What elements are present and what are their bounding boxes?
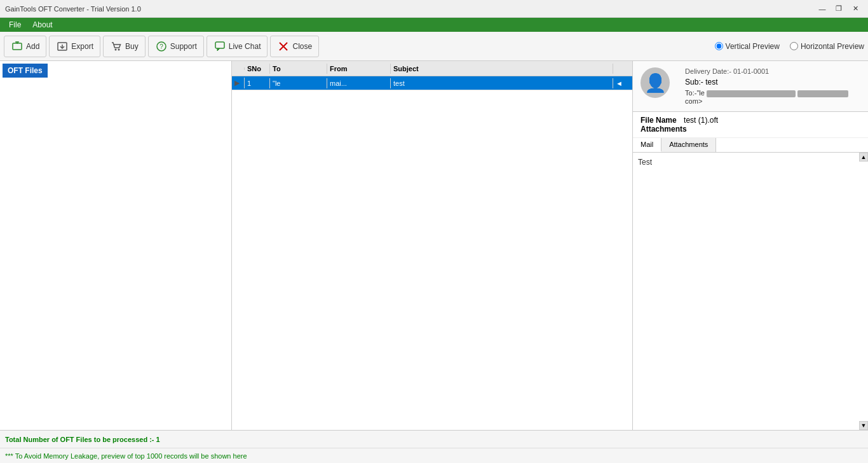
row-subject: test bbox=[391, 78, 613, 88]
preview-file-info: File Name test (1).oft Attachments bbox=[633, 112, 868, 138]
header-subject: Subject bbox=[391, 64, 613, 74]
file-name-value: test (1).oft bbox=[684, 116, 718, 125]
avatar-icon: 👤 bbox=[644, 73, 667, 93]
add-label: Add bbox=[26, 42, 39, 51]
support-label: Support bbox=[170, 42, 197, 51]
buy-icon bbox=[110, 40, 123, 53]
support-button[interactable]: ? Support bbox=[148, 36, 204, 57]
horizontal-preview-option[interactable]: Horizontal Preview bbox=[790, 42, 864, 51]
preview-meta: Delivery Date:- 01-01-0001 Sub:- test To… bbox=[685, 67, 860, 105]
menu-file[interactable]: File bbox=[4, 19, 26, 31]
horizontal-preview-radio[interactable] bbox=[790, 42, 798, 50]
header-from: From bbox=[327, 64, 391, 74]
left-panel: OFT Files bbox=[0, 61, 232, 430]
info-text: *** To Avoid Memory Leakage, preview of … bbox=[5, 452, 247, 460]
live-chat-button[interactable]: Live Chat bbox=[207, 36, 268, 57]
horizontal-preview-label: Horizontal Preview bbox=[801, 42, 864, 51]
oft-files-tree-item[interactable]: OFT Files bbox=[3, 64, 48, 78]
close-icon bbox=[277, 40, 290, 53]
support-icon: ? bbox=[155, 40, 168, 53]
close-button[interactable]: Close bbox=[270, 36, 319, 57]
email-list-panel: SNo To From Subject ▶ 1 "le mai... test … bbox=[232, 61, 633, 430]
preview-panel: 👤 Delivery Date:- 01-01-0001 Sub:- test … bbox=[633, 61, 868, 430]
row-from: mai... bbox=[327, 78, 391, 88]
to-prefix: To:-"le bbox=[685, 89, 705, 97]
preview-header: 👤 Delivery Date:- 01-01-0001 Sub:- test … bbox=[633, 61, 868, 112]
maximize-button[interactable]: ❐ bbox=[831, 3, 846, 15]
svg-rect-0 bbox=[13, 43, 22, 50]
svg-point-6 bbox=[118, 48, 120, 50]
to-blurred-2 bbox=[797, 90, 848, 97]
window-close-button[interactable]: ✕ bbox=[848, 3, 863, 15]
attachments-label: Attachments bbox=[641, 125, 687, 134]
main-content: OFT Files SNo To From Subject ▶ 1 "le ma… bbox=[0, 61, 868, 430]
table-row[interactable]: ▶ 1 "le mai... test ◄ bbox=[232, 76, 632, 90]
avatar: 👤 bbox=[641, 67, 670, 98]
email-table-header: SNo To From Subject bbox=[232, 61, 632, 76]
row-extra: ◄ bbox=[613, 78, 632, 88]
preview-subject: Sub:- test bbox=[685, 78, 860, 86]
delivery-date: Delivery Date:- 01-01-0001 bbox=[685, 67, 860, 75]
svg-text:?: ? bbox=[159, 43, 163, 50]
export-button[interactable]: Export bbox=[49, 36, 100, 57]
title-bar: GainTools OFT Converter - Trial Version … bbox=[0, 0, 868, 18]
add-icon bbox=[11, 40, 24, 53]
svg-point-5 bbox=[115, 48, 117, 50]
email-rows: ▶ 1 "le mai... test ◄ bbox=[232, 76, 632, 90]
row-arrow: ▶ bbox=[232, 78, 245, 88]
preview-tabs: Mail Attachments bbox=[633, 138, 868, 153]
row-sno: 1 bbox=[245, 78, 270, 88]
menu-about[interactable]: About bbox=[27, 19, 57, 31]
file-name-label: File Name bbox=[641, 116, 677, 125]
tab-mail[interactable]: Mail bbox=[633, 138, 661, 152]
close-label: Close bbox=[292, 42, 312, 51]
status-text: Total Number of OFT Files to be processe… bbox=[5, 436, 160, 443]
svg-rect-9 bbox=[215, 42, 224, 48]
preview-body: Test bbox=[633, 153, 868, 172]
menu-bar: File About bbox=[0, 18, 868, 32]
add-button[interactable]: Add bbox=[4, 36, 46, 57]
info-bar: *** To Avoid Memory Leakage, preview of … bbox=[0, 448, 868, 463]
vertical-preview-option[interactable]: Vertical Preview bbox=[715, 42, 780, 51]
scroll-down-button[interactable]: ▼ bbox=[859, 421, 868, 430]
header-arrow bbox=[232, 67, 245, 70]
header-sno: SNo bbox=[245, 64, 270, 74]
vertical-preview-label: Vertical Preview bbox=[726, 42, 780, 51]
buy-button[interactable]: Buy bbox=[103, 36, 146, 57]
status-bar: Total Number of OFT Files to be processe… bbox=[0, 430, 868, 448]
live-chat-label: Live Chat bbox=[229, 42, 261, 51]
scroll-up-button[interactable]: ▲ bbox=[859, 153, 868, 162]
preview-to: To:-"le com> bbox=[685, 89, 860, 105]
vertical-preview-radio[interactable] bbox=[715, 42, 723, 50]
preview-options: Vertical Preview Horizontal Preview bbox=[715, 42, 864, 51]
live-chat-icon bbox=[214, 40, 226, 53]
preview-scroll-area[interactable]: ▲ Test ▼ bbox=[633, 153, 868, 430]
header-to: To bbox=[270, 64, 327, 74]
tab-attachments[interactable]: Attachments bbox=[661, 138, 716, 152]
to-suffix: com> bbox=[685, 97, 702, 105]
header-extra bbox=[613, 67, 632, 70]
row-to: "le bbox=[270, 78, 327, 88]
app-title: GainTools OFT Converter - Trial Version … bbox=[5, 5, 141, 13]
export-icon bbox=[56, 40, 69, 53]
to-blurred bbox=[707, 90, 796, 97]
minimize-button[interactable]: — bbox=[815, 3, 830, 15]
window-controls: — ❐ ✕ bbox=[815, 3, 863, 15]
toolbar: Add Export Buy ? Support Live Chat Close bbox=[0, 32, 868, 61]
export-label: Export bbox=[71, 42, 93, 51]
buy-label: Buy bbox=[125, 42, 139, 51]
preview-body-text: Test bbox=[638, 158, 860, 167]
